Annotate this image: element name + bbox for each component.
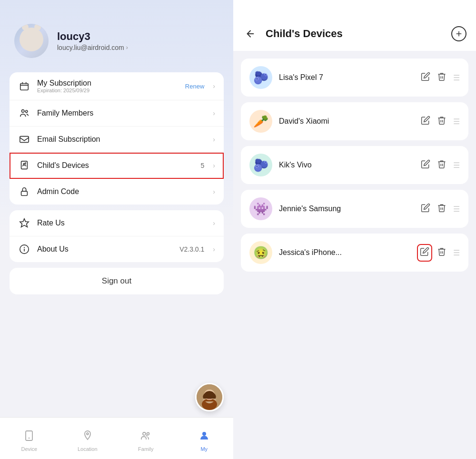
profile-email[interactable]: loucy.liu@airdroid.com › [57, 44, 219, 51]
about-chevron-icon: › [213, 245, 215, 253]
svg-point-22 [143, 432, 146, 435]
kik-edit-icon[interactable] [421, 159, 430, 171]
email-chevron-icon: › [126, 44, 128, 51]
jennie-actions: ☰ [421, 203, 460, 215]
jessica-drag-icon[interactable]: ☰ [453, 248, 460, 257]
menu-section-2: Rate Us › About Us V2.3.0.1 › [10, 210, 224, 262]
nav-item-family[interactable]: Family [117, 425, 175, 452]
avatar-bear [20, 28, 43, 51]
renew-badge: Renew [185, 83, 204, 90]
jennie-edit-icon[interactable] [421, 203, 430, 215]
email-icon [18, 133, 30, 146]
kik-delete-icon[interactable] [437, 159, 446, 171]
family-members-label: Family Members [37, 109, 206, 117]
avatar-image [14, 24, 49, 58]
device-item-jessica: 🤢 Jessica's iPhone... ☰ [241, 234, 468, 272]
jennie-avatar: 👾 [249, 197, 272, 220]
jessica-device-name: Jessica's iPhone... [279, 248, 412, 257]
sidebar-item-about-us[interactable]: About Us V2.3.0.1 › [10, 236, 224, 262]
info-icon [18, 243, 30, 255]
sign-out-button[interactable]: Sign out [10, 268, 224, 294]
email-sub-label: Email Subscription [37, 135, 206, 144]
device-item-lisa: 🫐 Lisa's Pixel 7 ☰ [241, 59, 468, 97]
admin-code-icon [18, 186, 30, 198]
lisa-drag-icon[interactable]: ☰ [453, 73, 460, 82]
location-nav-label: Location [78, 446, 98, 452]
sidebar-item-child-devices[interactable]: Child's Devices 5 › [10, 153, 224, 179]
device-item-jennie: 👾 Jennie's Samsung ☰ [241, 190, 468, 228]
david-delete-icon[interactable] [437, 116, 446, 127]
rate-us-label: Rate Us [37, 219, 206, 227]
left-panel: loucy3 loucy.liu@airdroid.com › My Subsc… [0, 0, 233, 459]
jennie-drag-icon[interactable]: ☰ [453, 205, 460, 214]
back-button[interactable] [243, 26, 258, 41]
david-edit-icon[interactable] [421, 116, 430, 127]
sidebar-item-admin-code[interactable]: Admin Code › [10, 179, 224, 205]
lisa-actions: ☰ [421, 72, 460, 84]
devices-list: 🫐 Lisa's Pixel 7 ☰ [233, 51, 476, 459]
sidebar-item-family-members[interactable]: Family Members › [10, 100, 224, 127]
family-nav-icon [140, 430, 151, 444]
profile-name: loucy3 [57, 30, 219, 43]
jennie-delete-icon[interactable] [437, 203, 446, 215]
svg-marker-8 [20, 219, 29, 227]
nav-item-location[interactable]: Location [59, 425, 117, 452]
svg-rect-19 [26, 431, 32, 440]
child-device-icon [18, 159, 30, 172]
child-devices-chevron-icon: › [213, 162, 215, 169]
svg-point-1 [22, 110, 25, 113]
kik-avatar: 🫐 [249, 154, 272, 176]
bottom-nav: Device Location Family [0, 417, 233, 459]
right-panel: Child's Devices 🫐 Lisa's Pixel 7 [233, 0, 476, 459]
lisa-edit-icon[interactable] [421, 72, 430, 84]
lisa-delete-icon[interactable] [437, 72, 446, 84]
svg-point-15 [202, 399, 217, 410]
admin-chevron-icon: › [213, 188, 215, 195]
nav-item-device[interactable]: Device [0, 425, 59, 452]
sidebar-item-email[interactable]: Email Subscription › [10, 127, 224, 153]
right-title: Child's Devices [266, 28, 444, 40]
subscription-label: My Subscription [37, 79, 178, 88]
sidebar-item-rate-us[interactable]: Rate Us › [10, 210, 224, 236]
star-icon [18, 217, 30, 229]
device-nav-icon [23, 430, 35, 444]
family-chevron-icon: › [213, 109, 215, 117]
my-nav-icon [198, 430, 210, 444]
jennie-device-name: Jennie's Samsung [279, 205, 414, 213]
jessica-actions: ☰ [419, 246, 460, 260]
jessica-avatar: 🤢 [249, 241, 272, 264]
about-us-label: About Us [37, 245, 173, 254]
david-device-name: David's Xiaomi [279, 117, 414, 126]
profile-info: loucy3 loucy.liu@airdroid.com › [57, 30, 219, 51]
subscription-chevron-icon: › [213, 82, 215, 90]
nav-item-my[interactable]: My [175, 425, 234, 452]
david-drag-icon[interactable]: ☰ [453, 117, 460, 126]
subscription-icon [18, 80, 30, 92]
child-devices-badge: 5 [201, 162, 205, 169]
jessica-delete-icon[interactable] [437, 247, 446, 259]
jessica-edit-icon[interactable] [419, 246, 430, 260]
lisa-device-name: Lisa's Pixel 7 [279, 73, 414, 82]
child-devices-label: Child's Devices [37, 161, 194, 170]
rate-chevron-icon: › [213, 219, 215, 227]
kik-drag-icon[interactable]: ☰ [453, 161, 460, 170]
floating-avatar-image [197, 384, 222, 410]
device-item-david: 🥕 David's Xiaomi ☰ [241, 102, 468, 140]
sidebar-item-subscription[interactable]: My Subscription Expiration: 2025/09/29 R… [10, 72, 224, 100]
avatar [14, 24, 49, 58]
svg-point-6 [23, 163, 25, 165]
lisa-avatar: 🫐 [249, 66, 272, 89]
kik-actions: ☰ [421, 159, 460, 171]
device-item-kik: 🫐 Kik's Vivo ☰ [241, 146, 468, 184]
device-nav-label: Device [21, 446, 37, 452]
menu-section-1: My Subscription Expiration: 2025/09/29 R… [10, 72, 224, 205]
avatar-face-svg [197, 384, 222, 410]
svg-point-21 [87, 433, 89, 435]
kik-device-name: Kik's Vivo [279, 161, 414, 169]
profile-section: loucy3 loucy.liu@airdroid.com › [0, 0, 233, 72]
svg-rect-7 [21, 191, 28, 195]
add-device-button[interactable] [451, 26, 466, 41]
my-nav-label: My [200, 446, 208, 452]
family-nav-label: Family [138, 446, 153, 452]
floating-avatar [195, 383, 224, 411]
